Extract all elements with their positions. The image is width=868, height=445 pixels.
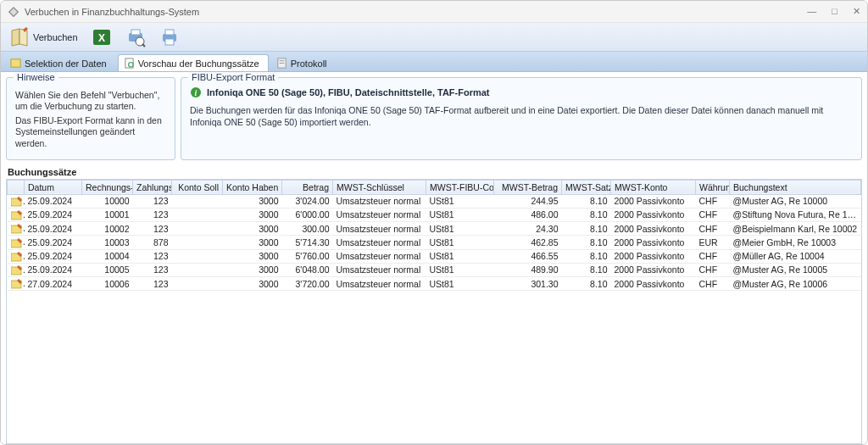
- cell-rechnungsnr: 10006: [82, 276, 133, 290]
- window-title: Verbuchen in Finanzbuchhaltungs-System: [25, 7, 807, 17]
- svg-line-7: [142, 44, 145, 47]
- cell-mwstfibu: USt81: [426, 249, 494, 263]
- cell-mwstbetrag: 486.00: [494, 208, 562, 221]
- cell-kontosoll: [172, 263, 223, 276]
- protokoll-icon: [276, 58, 287, 69]
- row-icon-cell: [8, 276, 25, 290]
- col-header-waehrung[interactable]: Währung: [696, 180, 730, 194]
- cell-mwstkonto: 2000 Passivkonto: [611, 249, 696, 263]
- table-row[interactable]: 25.09.20241000412330005'760.00Umsatzsteu…: [8, 249, 861, 263]
- print-preview-button[interactable]: [122, 25, 149, 49]
- cell-rechnungsnr: 10004: [82, 249, 133, 263]
- table-row[interactable]: 25.09.20241000012330003'024.00Umsatzsteu…: [8, 194, 861, 208]
- cell-kontohaben: 3000: [223, 222, 282, 236]
- table-row[interactable]: 25.09.2024100021233000300.00Umsatzsteuer…: [8, 222, 861, 236]
- cell-rechnungsnr: 10002: [82, 222, 133, 236]
- col-header-datum[interactable]: Datum: [25, 180, 82, 194]
- book-icon: [9, 27, 30, 47]
- preview-icon: [124, 58, 135, 69]
- tab-preview[interactable]: Vorschau der Buchungssätze: [118, 54, 269, 71]
- excel-export-button[interactable]: X: [88, 25, 115, 49]
- cell-mwstkonto: 2000 Passivkonto: [611, 276, 696, 290]
- cell-betrag: 3'720.00: [282, 276, 333, 290]
- fibu-legend: FIBU-Export Format: [188, 72, 278, 82]
- col-header-kontosoll[interactable]: Konto Soll: [172, 180, 223, 194]
- cell-buchungstext: @Beispielmann Karl, Re 10002: [730, 222, 861, 236]
- maximize-button[interactable]: □: [832, 6, 837, 17]
- col-header-buchungstext[interactable]: Buchungstext: [730, 180, 861, 194]
- cell-mwstbetrag: 301.30: [494, 276, 562, 290]
- minimize-button[interactable]: —: [807, 6, 816, 17]
- col-header-mwstbetrag[interactable]: MWST-Betrag: [494, 180, 562, 194]
- cell-waehrung: CHF: [696, 276, 730, 290]
- table-row[interactable]: 27.09.20241000612330003'720.00Umsatzsteu…: [8, 276, 861, 290]
- cell-mwstbetrag: 489.90: [494, 263, 562, 276]
- excel-icon: X: [92, 27, 112, 47]
- cell-buchungstext: @Muster AG, Re 10006: [730, 276, 861, 290]
- cell-zahlungs: 123: [133, 249, 172, 263]
- fibu-description: Die Buchungen werden für das Infoniqa ON…: [190, 105, 853, 128]
- tab-selection[interactable]: Selektion der Daten: [4, 54, 116, 71]
- table-row[interactable]: 25.09.20241000112330006'000.00Umsatzsteu…: [8, 208, 861, 221]
- cell-mwstbetrag: 244.95: [494, 194, 562, 208]
- cell-zahlungs: 123: [133, 208, 172, 221]
- row-icon-cell: [8, 194, 25, 208]
- tab-selection-label: Selektion der Daten: [25, 58, 107, 69]
- table-row[interactable]: 25.09.20241000387830005'714.30Umsatzsteu…: [8, 236, 861, 249]
- cell-mwstsatz: 8.10: [562, 208, 611, 221]
- cell-mwstfibu: USt81: [426, 194, 494, 208]
- hinweise-text-2: Das FIBU-Export Format kann in den Syste…: [15, 115, 166, 148]
- bookings-table-wrap[interactable]: Datum Rechnungs-Nr Zahlungs- Konto Soll …: [6, 179, 862, 444]
- cell-datum: 25.09.2024: [25, 194, 82, 208]
- svg-rect-5: [131, 30, 140, 35]
- cell-mwstbetrag: 24.30: [494, 222, 562, 236]
- verbuchen-button[interactable]: Verbuchen: [6, 25, 81, 49]
- cell-mwstkonto: 2000 Passivkonto: [611, 236, 696, 249]
- cell-mwstsatz: 8.10: [562, 194, 611, 208]
- col-header-kontohaben[interactable]: Konto Haben: [223, 180, 282, 194]
- cell-datum: 25.09.2024: [25, 249, 82, 263]
- hinweise-legend: Hinweise: [14, 72, 58, 82]
- hinweise-panel: Hinweise Wählen Sie den Befehl "Verbuche…: [6, 77, 175, 160]
- col-header-zahlungs[interactable]: Zahlungs-: [133, 180, 172, 194]
- info-icon: i: [190, 86, 202, 98]
- print-button[interactable]: [156, 25, 183, 49]
- cell-betrag: 300.00: [282, 222, 333, 236]
- cell-zahlungs: 123: [133, 263, 172, 276]
- cell-mwstschl: Umsatzsteuer normal: [333, 236, 426, 249]
- cell-waehrung: CHF: [696, 194, 730, 208]
- cell-kontosoll: [172, 222, 223, 236]
- cell-mwstsatz: 8.10: [562, 222, 611, 236]
- close-button[interactable]: ✕: [853, 6, 860, 17]
- cell-mwstschl: Umsatzsteuer normal: [333, 208, 426, 221]
- cell-mwstbetrag: 462.85: [494, 236, 562, 249]
- svg-rect-10: [165, 39, 174, 45]
- bookings-table: Datum Rechnungs-Nr Zahlungs- Konto Soll …: [7, 180, 861, 292]
- cell-mwstschl: Umsatzsteuer normal: [333, 249, 426, 263]
- col-header-mwstsatz[interactable]: MWST-Satz: [562, 180, 611, 194]
- cell-mwstschl: Umsatzsteuer normal: [333, 194, 426, 208]
- table-row[interactable]: 25.09.20241000512330006'048.00Umsatzsteu…: [8, 263, 861, 276]
- table-section-title: Buchungssätze: [6, 167, 862, 177]
- cell-mwstfibu: USt81: [426, 222, 494, 236]
- row-icon-cell: [8, 263, 25, 276]
- content-area: Hinweise Wählen Sie den Befehl "Verbuche…: [1, 72, 867, 444]
- col-header-betrag[interactable]: Betrag: [282, 180, 333, 194]
- col-header-rechnungs[interactable]: Rechnungs-Nr: [82, 180, 133, 194]
- svg-rect-11: [11, 59, 20, 67]
- tab-protokoll-label: Protokoll: [291, 58, 327, 69]
- row-icon-cell: [8, 249, 25, 263]
- fibu-format-title: Infoniqa ONE 50 (Sage 50), FIBU, Dateisc…: [207, 87, 490, 97]
- tab-protokoll[interactable]: Protokoll: [270, 54, 337, 71]
- col-header-icon[interactable]: [8, 180, 25, 194]
- row-icon-cell: [8, 222, 25, 236]
- col-header-mwstschl[interactable]: MWST-Schlüssel: [333, 180, 426, 194]
- cell-mwstfibu: USt81: [426, 276, 494, 290]
- cell-kontosoll: [172, 236, 223, 249]
- cell-betrag: 5'714.30: [282, 236, 333, 249]
- col-header-mwstkonto[interactable]: MWST-Konto: [611, 180, 696, 194]
- cell-kontosoll: [172, 249, 223, 263]
- col-header-mwstfibu[interactable]: MWST-FIBU-Code: [426, 180, 494, 194]
- cell-buchungstext: @Stiftung Nova Futura, Re 10001: [730, 208, 861, 221]
- cell-zahlungs: 878: [133, 236, 172, 249]
